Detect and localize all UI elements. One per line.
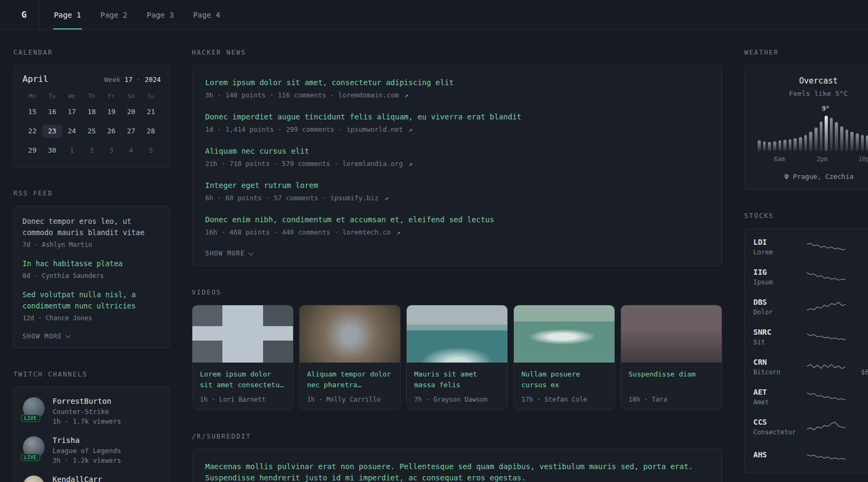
- stock-row[interactable]: AHS +0.46%: [745, 442, 868, 470]
- hn-item-meta: 3h · 148 points · 116 comments · loremdo…: [205, 91, 709, 99]
- calendar-day[interactable]: 21: [141, 106, 161, 118]
- rss-widget-title: RSS FEED: [13, 190, 170, 197]
- weather-time-axis: 6am 2pm 10pm: [758, 155, 868, 164]
- hn-domain-link[interactable]: ipsumify.biz: [330, 194, 378, 202]
- rss-item-link[interactable]: Sed volutpat nulla nisl, a condimentum n…: [23, 289, 161, 312]
- location-pin-icon: [783, 173, 790, 180]
- calendar-day-selected[interactable]: 23: [42, 125, 62, 138]
- video-card[interactable]: Aliquam tempor dolor nec pharetra… 1h · …: [299, 305, 401, 410]
- calendar-day[interactable]: 15: [23, 106, 42, 118]
- dashboard-layout: CALENDAR April Week 17 · 2024 Mo Tu We T…: [0, 30, 868, 482]
- stock-price: $165.84: [850, 428, 868, 436]
- stock-row[interactable]: CRN Bitcorn -1.00% $66,171.48: [745, 352, 868, 382]
- calendar-day[interactable]: 25: [82, 125, 102, 138]
- hn-meta-text: 21h · 710 points · 579 comments ·: [205, 160, 342, 168]
- hn-item-link[interactable]: Integer eget rutrum lorem: [205, 180, 709, 191]
- twitch-channel[interactable]: LIVE Trisha League of Legends 3h · 1.2k …: [23, 436, 161, 464]
- stock-symbol: AHS: [753, 450, 803, 459]
- video-title-link[interactable]: Nullam posuere cursus ex: [521, 369, 607, 390]
- calendar-day[interactable]: 5: [141, 144, 161, 157]
- stock-row[interactable]: CCS Consectetur +0.51% $165.84: [745, 412, 868, 442]
- subreddit-widget: /R/SUBREDDIT Maecenas mollis pulvinar er…: [192, 433, 722, 482]
- video-title-link[interactable]: Suspendisse diam: [628, 369, 714, 380]
- stock-row[interactable]: LDI Lorem +4.35% $795.18: [745, 232, 868, 262]
- video-title-link[interactable]: Mauris sit amet massa felis: [414, 369, 500, 390]
- hackernews-card: Lorem ipsum dolor sit amet, consectetur …: [192, 65, 722, 266]
- channel-info: ForrestBurton Counter-Strike 1h · 1.7k v…: [53, 397, 121, 425]
- hn-domain-link[interactable]: loremtech.co: [342, 228, 391, 236]
- hn-item-link[interactable]: Donec enim nibh, condimentum et accumsan…: [205, 214, 709, 225]
- calendar-day[interactable]: 18: [82, 106, 102, 118]
- video-title-link[interactable]: Lorem ipsum dolor sit amet consectetu…: [200, 369, 286, 390]
- rss-item-link[interactable]: In hac habitasse platea: [23, 258, 161, 269]
- twitch-channel[interactable]: LIVE ForrestBurton Counter-Strike 1h · 1…: [23, 397, 161, 425]
- calendar-day[interactable]: 28: [141, 125, 161, 138]
- twitch-channel[interactable]: KendallCarr: [23, 475, 161, 482]
- stock-identity: DBS Dolor: [753, 298, 803, 316]
- tab-page-1[interactable]: Page 1: [47, 0, 89, 29]
- rss-item-meta: 8d · Cynthia Saunders: [23, 272, 161, 280]
- calendar-day[interactable]: 4: [121, 144, 141, 157]
- stock-name: Lorem: [753, 248, 803, 256]
- video-title-link[interactable]: Aliquam tempor dolor nec pharetra…: [307, 369, 393, 390]
- tab-page-4[interactable]: Page 4: [185, 0, 228, 29]
- calendar-day[interactable]: 26: [101, 125, 121, 138]
- hn-domain-link[interactable]: loremlandia.org: [342, 160, 403, 168]
- video-card[interactable]: Lorem ipsum dolor sit amet consectetu… 1…: [192, 305, 294, 410]
- stock-identity: LDI Lorem: [753, 238, 803, 256]
- video-card[interactable]: Mauris sit amet massa felis 7h · Grayson…: [406, 305, 508, 410]
- weather-bar: [779, 140, 782, 151]
- external-link-icon: ↗: [405, 91, 409, 99]
- subreddit-post-link[interactable]: Maecenas mollis pulvinar erat non posuer…: [205, 461, 709, 482]
- weather-bar: [835, 122, 838, 151]
- videos-row: Lorem ipsum dolor sit amet consectetu… 1…: [192, 305, 722, 410]
- weather-widget: WEATHER Overcast Feels like 5°C 9° 6am 2…: [744, 49, 868, 190]
- calendar-day[interactable]: 30: [42, 144, 62, 157]
- channel-avatar: [23, 475, 45, 482]
- calendar-day[interactable]: 1: [62, 144, 82, 157]
- hn-show-more-button[interactable]: SHOW MORE: [205, 250, 253, 257]
- hn-domain-link[interactable]: ipsumworld.net: [346, 125, 402, 133]
- left-column: CALENDAR April Week 17 · 2024 Mo Tu We T…: [13, 49, 170, 482]
- calendar-day[interactable]: 2: [82, 144, 102, 157]
- rss-item-link[interactable]: Donec tempor eros leo, ut commodo mauris…: [23, 216, 161, 238]
- stock-identity: SNRC Sit: [753, 328, 803, 346]
- hn-domain-link[interactable]: loremdomain.com: [338, 91, 399, 99]
- calendar-day[interactable]: 24: [62, 125, 82, 138]
- subreddit-card: Maecenas mollis pulvinar erat non posuer…: [192, 449, 722, 482]
- stock-sparkline: [807, 239, 845, 255]
- tab-page-2[interactable]: Page 2: [93, 0, 135, 29]
- app-logo[interactable]: G: [21, 0, 39, 29]
- rss-show-more-button[interactable]: SHOW MORE: [23, 333, 70, 340]
- weather-bar: [866, 135, 868, 151]
- stock-price: $795.18: [850, 248, 868, 256]
- stock-row[interactable]: SNRC Sit +1.36% $148.64: [745, 322, 868, 352]
- video-card[interactable]: Nullam posuere cursus ex 17h · Stefan Co…: [513, 305, 615, 410]
- stock-row[interactable]: DBS Dolor +1.42% $156.28: [745, 292, 868, 322]
- channel-viewers: 3h · 1.2k viewers: [53, 456, 121, 464]
- weather-bar: [799, 137, 802, 151]
- weather-bar: [814, 127, 818, 151]
- calendar-day[interactable]: 19: [101, 106, 121, 118]
- tab-page-3[interactable]: Page 3: [139, 0, 182, 29]
- hn-item-link[interactable]: Aliquam nec cursus elit: [205, 146, 709, 157]
- video-card-body: Suspendisse diam 18h · Tara: [621, 363, 722, 410]
- rss-item: Sed volutpat nulla nisl, a condimentum n…: [23, 289, 161, 322]
- stock-row[interactable]: AET Amet +0.92% $499.72: [745, 382, 868, 412]
- calendar-widget: CALENDAR April Week 17 · 2024 Mo Tu We T…: [13, 49, 170, 167]
- video-card-body: Lorem ipsum dolor sit amet consectetu… 1…: [192, 363, 293, 410]
- calendar-day[interactable]: 20: [121, 106, 141, 118]
- video-card-body: Mauris sit amet massa felis 7h · Grayson…: [407, 363, 507, 410]
- rss-card: Donec tempor eros leo, ut commodo mauris…: [13, 206, 170, 348]
- calendar-day[interactable]: 22: [23, 125, 42, 138]
- video-card[interactable]: Suspendisse diam 18h · Tara: [620, 305, 722, 410]
- hn-item-link[interactable]: Donec imperdiet augue tincidunt felis al…: [205, 111, 709, 123]
- calendar-day[interactable]: 29: [23, 144, 42, 157]
- stock-sparkline: [807, 269, 845, 285]
- calendar-day[interactable]: 16: [42, 106, 62, 118]
- calendar-day[interactable]: 27: [121, 125, 141, 138]
- calendar-day[interactable]: 17: [62, 106, 82, 118]
- hn-item-link[interactable]: Lorem ipsum dolor sit amet, consectetur …: [205, 77, 709, 88]
- calendar-day[interactable]: 3: [101, 144, 121, 157]
- stock-row[interactable]: IIG Ipsum +2.84% $42.04: [745, 262, 868, 292]
